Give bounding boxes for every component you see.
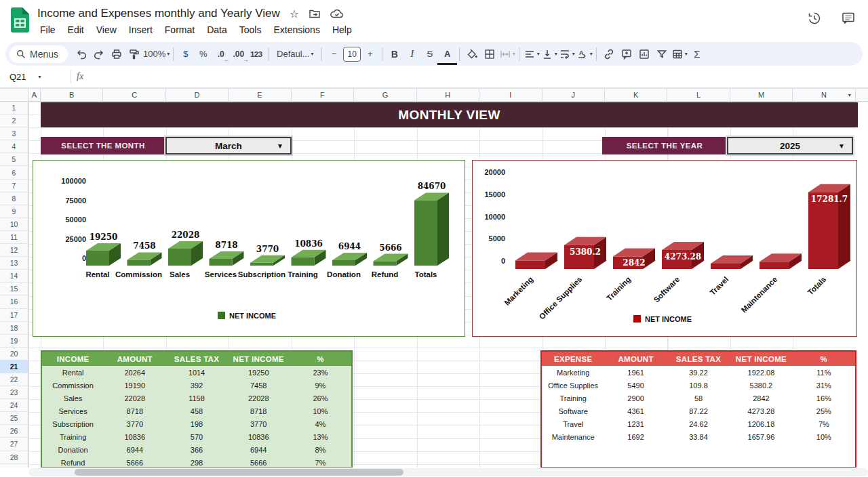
menu-data[interactable]: Data [201, 23, 233, 37]
row-header-7[interactable]: 7 [0, 180, 28, 192]
italic-button[interactable]: I [403, 45, 420, 63]
row-header-20[interactable]: 20 [0, 348, 28, 360]
table-cell[interactable]: 13% [290, 433, 351, 441]
column-header-H[interactable]: H [417, 89, 479, 101]
row-header-12[interactable]: 12 [0, 244, 28, 257]
table-cell[interactable]: 10% [290, 407, 351, 415]
column-header-D[interactable]: D [166, 89, 229, 101]
table-cell[interactable]: 5490 [604, 381, 667, 390]
vertical-align-button[interactable]: ▾ [540, 45, 557, 63]
row-header-1[interactable]: 1 [0, 102, 28, 115]
table-row[interactable]: Donation694436669448% [42, 444, 351, 457]
row-header-26[interactable]: 26 [0, 425, 28, 438]
table-cell[interactable]: 9% [290, 381, 351, 390]
column-header-J[interactable]: J [542, 89, 605, 101]
table-cell[interactable]: 8% [290, 446, 351, 454]
table-row[interactable]: Commission1919039274589% [42, 379, 351, 392]
font-size-input[interactable]: 10 [343, 47, 361, 62]
row-header-6[interactable]: 6 [0, 166, 28, 179]
menu-edit[interactable]: Edit [62, 23, 90, 37]
row-header-4[interactable]: 4 [0, 140, 28, 153]
text-wrap-button[interactable]: ▾ [558, 45, 575, 63]
increase-decimal-button[interactable]: .00→ [230, 45, 247, 63]
menu-file[interactable]: File [34, 23, 62, 37]
income-table[interactable]: INCOMEAMOUNTSALES TAXNET INCOME%Rental20… [41, 350, 353, 468]
table-cell[interactable]: Software [542, 407, 604, 415]
table-cell[interactable]: 16% [793, 394, 855, 402]
comments-icon[interactable] [841, 11, 856, 28]
table-cell[interactable]: 19250 [228, 369, 290, 377]
column-dropdown-icon[interactable]: ▾ [848, 92, 851, 98]
row-header-19[interactable]: 19 [0, 335, 28, 348]
table-cell[interactable]: Travel [542, 420, 604, 428]
expense-chart[interactable]: 05000100001500020000Marketing5380.2Offic… [472, 160, 857, 337]
menu-extensions[interactable]: Extensions [267, 23, 326, 37]
column-header-A[interactable]: A [28, 89, 41, 101]
table-cell[interactable]: 1961 [604, 369, 667, 377]
menus-search-button[interactable]: Menus [9, 45, 68, 63]
table-cell[interactable]: 1206.18 [730, 420, 792, 428]
table-cell[interactable]: 6944 [104, 446, 165, 454]
version-history-icon[interactable] [807, 11, 822, 28]
row-header-14[interactable]: 14 [0, 270, 28, 283]
row-header-11[interactable]: 11 [0, 231, 28, 244]
table-cell[interactable]: 298 [165, 459, 227, 467]
table-cell[interactable]: 23% [290, 369, 351, 377]
horizontal-scrollbar[interactable] [0, 468, 868, 477]
text-rotation-button[interactable]: A▾ [576, 45, 593, 63]
menu-view[interactable]: View [90, 23, 123, 37]
row-header-5[interactable]: 5 [0, 153, 28, 166]
table-cell[interactable]: Services [42, 407, 104, 415]
row-header-9[interactable]: 9 [0, 205, 28, 218]
row-header-24[interactable]: 24 [0, 399, 28, 412]
table-cell[interactable]: 1692 [604, 433, 667, 441]
table-row[interactable]: Office Supplies5490109.85380.231% [542, 379, 855, 392]
table-cell[interactable]: 366 [165, 446, 227, 454]
table-cell[interactable]: Office Supplies [542, 381, 604, 390]
table-cell[interactable]: 109.8 [667, 381, 730, 390]
decrease-font-size-button[interactable]: − [326, 45, 342, 63]
table-cell[interactable]: 20264 [104, 369, 165, 377]
column-header-L[interactable]: L [667, 89, 730, 101]
row-header-22[interactable]: 22 [0, 373, 28, 386]
table-cell[interactable]: 198 [165, 420, 227, 428]
column-header-I[interactable]: I [479, 89, 542, 101]
table-row[interactable]: Services8718458871810% [42, 405, 351, 417]
table-cell[interactable]: 10836 [228, 433, 290, 441]
table-cell[interactable]: 3770 [104, 420, 165, 428]
table-row[interactable]: Subscription377019837704% [42, 417, 351, 430]
table-cell[interactable]: 22028 [104, 394, 165, 402]
column-header-G[interactable]: G [354, 89, 416, 101]
row-header-10[interactable]: 10 [0, 218, 28, 231]
table-cell[interactable]: 570 [165, 433, 227, 441]
table-cell[interactable]: 8718 [104, 407, 165, 415]
table-cell[interactable]: Training [542, 394, 604, 402]
row-header-8[interactable]: 8 [0, 192, 28, 205]
table-cell[interactable]: 33.84 [667, 433, 730, 441]
table-row[interactable]: Sales2202811582202826% [42, 392, 351, 405]
table-cell[interactable]: 26% [290, 394, 351, 402]
table-cell[interactable]: 3770 [228, 420, 290, 428]
table-cell[interactable]: 5380.2 [730, 381, 792, 390]
table-cell[interactable]: Sales [42, 394, 104, 402]
column-header-K[interactable]: K [605, 89, 667, 101]
table-row[interactable]: Maintenance169233.841657.9610% [542, 430, 855, 443]
table-cell[interactable]: 7% [290, 459, 351, 467]
table-cell[interactable]: Rental [42, 369, 104, 377]
menu-insert[interactable]: Insert [123, 23, 159, 37]
column-header-C[interactable]: C [103, 89, 165, 101]
row-header-3[interactable]: 3 [0, 127, 28, 140]
table-cell[interactable]: 10836 [104, 433, 165, 441]
table-cell[interactable]: 5666 [228, 459, 290, 467]
table-cell[interactable]: 5666 [104, 459, 165, 467]
strikethrough-button[interactable]: S [421, 45, 438, 63]
table-cell[interactable]: Commission [42, 381, 104, 390]
column-header-E[interactable]: E [229, 89, 291, 101]
functions-button[interactable]: Σ [688, 45, 705, 63]
row-header-25[interactable]: 25 [0, 412, 28, 425]
table-row[interactable]: Software436187.224273.2825% [542, 405, 855, 417]
document-title[interactable]: Income and Expenses monthly and Yearly V… [37, 7, 280, 20]
table-cell[interactable]: 10% [793, 433, 855, 441]
table-cell[interactable]: 19190 [104, 381, 165, 390]
insert-chart-button[interactable] [635, 45, 652, 63]
